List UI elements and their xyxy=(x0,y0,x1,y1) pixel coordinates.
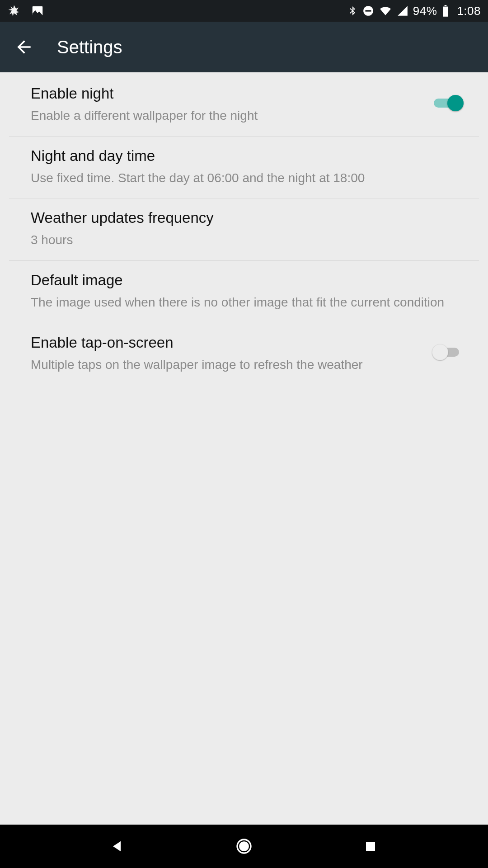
setting-title: Default image xyxy=(31,271,455,290)
enable-tap-on-screen-switch[interactable] xyxy=(432,343,463,361)
switch-wrap xyxy=(432,343,463,363)
setting-subtitle: Multiple taps on the wallpaper image to … xyxy=(31,356,421,373)
setting-row-weather-updates-frequency[interactable]: Weather updates frequency3 hours xyxy=(9,198,479,261)
svg-rect-8 xyxy=(366,842,375,851)
clock: 1:08 xyxy=(457,4,481,18)
bluetooth-icon xyxy=(347,5,358,17)
setting-text: Enable tap-on-screenMultiple taps on the… xyxy=(31,333,432,373)
setting-subtitle: 3 hours xyxy=(31,231,455,249)
wifi-icon xyxy=(379,5,392,17)
cell-signal-icon xyxy=(397,5,408,17)
setting-text: Weather updates frequency3 hours xyxy=(31,208,466,249)
setting-title: Enable night xyxy=(31,84,421,104)
setting-subtitle: The image used when there is no other im… xyxy=(31,294,455,311)
setting-row-enable-night[interactable]: Enable nightEnable a different wallpaper… xyxy=(9,72,479,137)
svg-rect-5 xyxy=(443,6,449,7)
dnd-icon xyxy=(362,5,374,17)
app-bar: Settings xyxy=(0,22,488,72)
triangle-left-icon xyxy=(110,839,125,854)
svg-rect-2 xyxy=(365,10,371,11)
setting-subtitle: Use fixed time. Start the day at 06:00 a… xyxy=(31,170,455,187)
square-icon xyxy=(364,840,377,853)
setting-text: Default imageThe image used when there i… xyxy=(31,271,466,311)
nav-home-button[interactable] xyxy=(233,835,255,857)
switch-thumb xyxy=(432,344,448,360)
status-left xyxy=(7,4,44,18)
circle-icon xyxy=(235,837,253,855)
status-right: 94% 1:08 xyxy=(347,4,481,18)
svg-point-7 xyxy=(239,841,249,851)
page-title: Settings xyxy=(57,37,122,57)
setting-subtitle: Enable a different wallpaper for the nig… xyxy=(31,107,421,124)
setting-title: Enable tap-on-screen xyxy=(31,333,421,353)
enable-night-switch[interactable] xyxy=(432,94,463,112)
battery-icon xyxy=(441,5,450,17)
svg-rect-3 xyxy=(443,6,449,17)
switch-thumb xyxy=(447,95,464,111)
battery-percent: 94% xyxy=(413,4,437,18)
navigation-bar xyxy=(0,825,488,868)
setting-title: Night and day time xyxy=(31,146,455,166)
pinwheel-icon xyxy=(7,4,21,18)
setting-text: Night and day timeUse fixed time. Start … xyxy=(31,146,466,187)
nav-back-button[interactable] xyxy=(107,835,128,857)
setting-row-night-day-time[interactable]: Night and day timeUse fixed time. Start … xyxy=(9,137,479,199)
status-bar: 94% 1:08 xyxy=(0,0,488,22)
setting-text: Enable nightEnable a different wallpaper… xyxy=(31,84,432,124)
back-button[interactable] xyxy=(13,36,35,58)
gallery-icon xyxy=(31,4,44,18)
arrow-left-icon xyxy=(14,37,34,57)
settings-list: Enable nightEnable a different wallpaper… xyxy=(0,72,488,385)
switch-wrap xyxy=(432,94,463,114)
setting-row-enable-tap-on-screen[interactable]: Enable tap-on-screenMultiple taps on the… xyxy=(9,323,479,386)
setting-row-default-image[interactable]: Default imageThe image used when there i… xyxy=(9,261,479,323)
setting-title: Weather updates frequency xyxy=(31,208,455,228)
nav-recent-button[interactable] xyxy=(360,835,381,857)
